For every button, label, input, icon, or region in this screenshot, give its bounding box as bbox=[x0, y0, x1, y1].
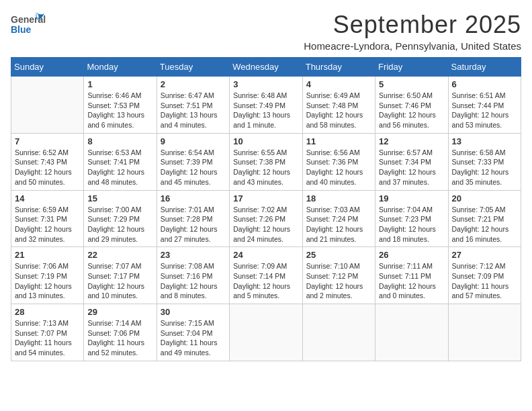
calendar-cell bbox=[230, 304, 302, 361]
day-info: Sunrise: 6:49 AMSunset: 7:48 PMDaylight:… bbox=[306, 91, 371, 130]
day-number: 5 bbox=[379, 79, 444, 89]
day-info: Sunrise: 6:48 AMSunset: 7:49 PMDaylight:… bbox=[233, 91, 298, 130]
calendar-cell: 25Sunrise: 7:10 AMSunset: 7:12 PMDayligh… bbox=[302, 247, 375, 304]
day-number: 10 bbox=[233, 136, 298, 146]
calendar-week-5: 28Sunrise: 7:13 AMSunset: 7:07 PMDayligh… bbox=[11, 304, 521, 361]
calendar-cell: 16Sunrise: 7:01 AMSunset: 7:28 PMDayligh… bbox=[157, 190, 229, 247]
svg-text:Blue: Blue bbox=[11, 24, 32, 35]
calendar-cell: 6Sunrise: 6:51 AMSunset: 7:44 PMDaylight… bbox=[448, 77, 521, 134]
calendar-cell: 8Sunrise: 6:53 AMSunset: 7:41 PMDaylight… bbox=[84, 133, 157, 190]
day-number: 16 bbox=[161, 193, 226, 203]
day-info: Sunrise: 7:03 AMSunset: 7:24 PMDaylight:… bbox=[306, 205, 371, 244]
calendar-cell: 19Sunrise: 7:04 AMSunset: 7:23 PMDayligh… bbox=[375, 190, 448, 247]
calendar-cell: 18Sunrise: 7:03 AMSunset: 7:24 PMDayligh… bbox=[302, 190, 375, 247]
calendar-cell: 28Sunrise: 7:13 AMSunset: 7:07 PMDayligh… bbox=[11, 304, 84, 361]
day-number: 22 bbox=[87, 250, 152, 260]
day-info: Sunrise: 7:14 AMSunset: 7:06 PMDaylight:… bbox=[87, 318, 152, 358]
day-info: Sunrise: 7:13 AMSunset: 7:07 PMDaylight:… bbox=[15, 318, 80, 358]
calendar-cell: 14Sunrise: 6:59 AMSunset: 7:31 PMDayligh… bbox=[11, 190, 84, 247]
day-number: 27 bbox=[452, 250, 517, 260]
day-info: Sunrise: 7:04 AMSunset: 7:23 PMDaylight:… bbox=[379, 205, 444, 244]
day-info: Sunrise: 7:15 AMSunset: 7:04 PMDaylight:… bbox=[161, 318, 226, 358]
day-info: Sunrise: 7:09 AMSunset: 7:14 PMDaylight:… bbox=[233, 261, 298, 301]
day-number: 7 bbox=[15, 136, 80, 146]
weekday-header-saturday: Saturday bbox=[448, 58, 521, 77]
calendar-cell: 22Sunrise: 7:07 AMSunset: 7:17 PMDayligh… bbox=[84, 247, 157, 304]
day-number: 30 bbox=[161, 307, 226, 317]
calendar-cell bbox=[375, 304, 448, 361]
day-number: 17 bbox=[233, 193, 298, 203]
day-info: Sunrise: 7:07 AMSunset: 7:17 PMDaylight:… bbox=[87, 261, 152, 301]
day-info: Sunrise: 7:05 AMSunset: 7:21 PMDaylight:… bbox=[452, 205, 517, 244]
day-info: Sunrise: 6:52 AMSunset: 7:43 PMDaylight:… bbox=[15, 148, 80, 187]
day-number: 15 bbox=[87, 193, 152, 203]
calendar-week-3: 14Sunrise: 6:59 AMSunset: 7:31 PMDayligh… bbox=[11, 190, 521, 247]
calendar-cell: 5Sunrise: 6:50 AMSunset: 7:46 PMDaylight… bbox=[375, 77, 448, 134]
day-number: 20 bbox=[452, 193, 517, 203]
calendar-cell: 17Sunrise: 7:02 AMSunset: 7:26 PMDayligh… bbox=[230, 190, 302, 247]
day-number: 8 bbox=[87, 136, 152, 146]
calendar-cell: 24Sunrise: 7:09 AMSunset: 7:14 PMDayligh… bbox=[230, 247, 302, 304]
weekday-header-friday: Friday bbox=[375, 58, 448, 77]
day-info: Sunrise: 7:10 AMSunset: 7:12 PMDaylight:… bbox=[306, 261, 371, 301]
day-info: Sunrise: 7:02 AMSunset: 7:26 PMDaylight:… bbox=[233, 205, 298, 244]
calendar-week-1: 1Sunrise: 6:46 AMSunset: 7:53 PMDaylight… bbox=[11, 77, 521, 134]
page-subtitle: Homeacre-Lyndora, Pennsylvania, United S… bbox=[304, 40, 521, 52]
day-number: 2 bbox=[161, 79, 226, 89]
calendar-cell: 4Sunrise: 6:49 AMSunset: 7:48 PMDaylight… bbox=[302, 77, 375, 134]
day-info: Sunrise: 7:00 AMSunset: 7:29 PMDaylight:… bbox=[87, 205, 152, 244]
day-number: 3 bbox=[233, 79, 298, 89]
calendar-cell: 20Sunrise: 7:05 AMSunset: 7:21 PMDayligh… bbox=[448, 190, 521, 247]
day-number: 11 bbox=[306, 136, 371, 146]
calendar-cell bbox=[448, 304, 521, 361]
day-info: Sunrise: 6:55 AMSunset: 7:38 PMDaylight:… bbox=[233, 148, 298, 187]
calendar-cell bbox=[11, 77, 84, 134]
page-title: September 2025 bbox=[304, 11, 521, 39]
logo-icon: General Blue bbox=[11, 11, 46, 39]
day-info: Sunrise: 6:47 AMSunset: 7:51 PMDaylight:… bbox=[161, 91, 226, 130]
calendar-cell: 30Sunrise: 7:15 AMSunset: 7:04 PMDayligh… bbox=[157, 304, 229, 361]
day-number: 25 bbox=[306, 250, 371, 260]
day-info: Sunrise: 7:01 AMSunset: 7:28 PMDaylight:… bbox=[161, 205, 226, 244]
calendar-cell: 3Sunrise: 6:48 AMSunset: 7:49 PMDaylight… bbox=[230, 77, 302, 134]
weekday-header-thursday: Thursday bbox=[302, 58, 375, 77]
day-number: 4 bbox=[306, 79, 371, 89]
day-info: Sunrise: 6:59 AMSunset: 7:31 PMDaylight:… bbox=[15, 205, 80, 244]
weekday-header-tuesday: Tuesday bbox=[157, 58, 229, 77]
day-number: 1 bbox=[87, 79, 152, 89]
day-number: 14 bbox=[15, 193, 80, 203]
calendar-cell: 7Sunrise: 6:52 AMSunset: 7:43 PMDaylight… bbox=[11, 133, 84, 190]
calendar-cell: 21Sunrise: 7:06 AMSunset: 7:19 PMDayligh… bbox=[11, 247, 84, 304]
day-number: 9 bbox=[161, 136, 226, 146]
weekday-header-sunday: Sunday bbox=[11, 58, 84, 77]
day-number: 24 bbox=[233, 250, 298, 260]
calendar-cell: 9Sunrise: 6:54 AMSunset: 7:39 PMDaylight… bbox=[157, 133, 229, 190]
calendar-cell: 13Sunrise: 6:58 AMSunset: 7:33 PMDayligh… bbox=[448, 133, 521, 190]
day-info: Sunrise: 6:54 AMSunset: 7:39 PMDaylight:… bbox=[161, 148, 226, 187]
weekday-header-monday: Monday bbox=[84, 58, 157, 77]
calendar-cell: 15Sunrise: 7:00 AMSunset: 7:29 PMDayligh… bbox=[84, 190, 157, 247]
page-header: General Blue September 2025 Homeacre-Lyn… bbox=[11, 11, 521, 52]
calendar-cell: 11Sunrise: 6:56 AMSunset: 7:36 PMDayligh… bbox=[302, 133, 375, 190]
calendar-cell: 29Sunrise: 7:14 AMSunset: 7:06 PMDayligh… bbox=[84, 304, 157, 361]
calendar-cell bbox=[302, 304, 375, 361]
calendar-week-4: 21Sunrise: 7:06 AMSunset: 7:19 PMDayligh… bbox=[11, 247, 521, 304]
calendar-cell: 2Sunrise: 6:47 AMSunset: 7:51 PMDaylight… bbox=[157, 77, 229, 134]
calendar-cell: 23Sunrise: 7:08 AMSunset: 7:16 PMDayligh… bbox=[157, 247, 229, 304]
weekday-header-wednesday: Wednesday bbox=[230, 58, 302, 77]
title-block: September 2025 Homeacre-Lyndora, Pennsyl… bbox=[304, 11, 521, 52]
day-number: 26 bbox=[379, 250, 444, 260]
day-number: 21 bbox=[15, 250, 80, 260]
calendar-table: SundayMondayTuesdayWednesdayThursdayFrid… bbox=[11, 57, 521, 361]
day-number: 12 bbox=[379, 136, 444, 146]
day-number: 28 bbox=[15, 307, 80, 317]
day-number: 23 bbox=[161, 250, 226, 260]
calendar-body: 1Sunrise: 6:46 AMSunset: 7:53 PMDaylight… bbox=[11, 77, 521, 361]
day-info: Sunrise: 7:06 AMSunset: 7:19 PMDaylight:… bbox=[15, 261, 80, 301]
day-info: Sunrise: 6:56 AMSunset: 7:36 PMDaylight:… bbox=[306, 148, 371, 187]
calendar-week-2: 7Sunrise: 6:52 AMSunset: 7:43 PMDaylight… bbox=[11, 133, 521, 190]
calendar-cell: 26Sunrise: 7:11 AMSunset: 7:11 PMDayligh… bbox=[375, 247, 448, 304]
calendar-cell: 12Sunrise: 6:57 AMSunset: 7:34 PMDayligh… bbox=[375, 133, 448, 190]
calendar-cell: 1Sunrise: 6:46 AMSunset: 7:53 PMDaylight… bbox=[84, 77, 157, 134]
day-info: Sunrise: 6:58 AMSunset: 7:33 PMDaylight:… bbox=[452, 148, 517, 187]
